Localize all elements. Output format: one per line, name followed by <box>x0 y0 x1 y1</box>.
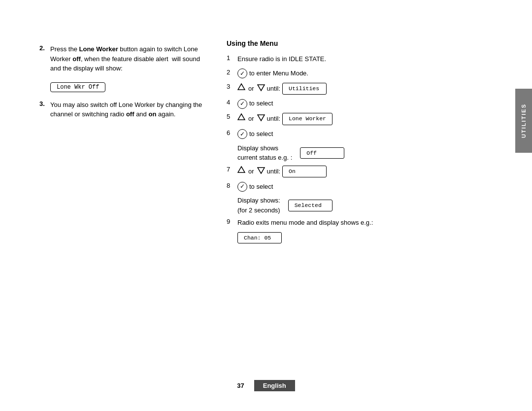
footer-language: English <box>254 380 295 391</box>
step-4-text: to select <box>249 99 273 109</box>
display-6: Off <box>300 147 344 159</box>
up-arrow-7 <box>237 166 245 178</box>
step-num-7: 7 <box>227 166 237 173</box>
left-column: 2. Press the Lone Worker button again to… <box>39 39 207 246</box>
step-2-text: Press the Lone Worker button again to sw… <box>50 44 207 73</box>
up-arrow-5 <box>237 113 245 125</box>
right-step-7: 7 or until: On <box>227 166 493 178</box>
right-step-2: 2 ✓ to enter Menu Mode. <box>227 68 493 79</box>
step-8-desc: Display shows:(for 2 seconds) Selected <box>237 196 493 215</box>
section-heading: Using the Menu <box>227 39 493 47</box>
display-5: Lone Worker <box>282 113 332 125</box>
down-arrow-7 <box>257 166 265 178</box>
step-num-5: 5 <box>227 113 237 120</box>
check-icon-8: ✓ <box>237 182 247 192</box>
sidebar-label: UTILITIES <box>521 103 527 138</box>
svg-marker-5 <box>258 168 265 173</box>
down-arrow-3 <box>257 83 265 95</box>
page-container: UTILITIES 2. Press the Lone Worker butto… <box>0 0 532 411</box>
check-icon-4: ✓ <box>237 99 247 109</box>
step-8-text: to select <box>249 182 273 192</box>
step-6-content: ✓ to select <box>237 129 273 139</box>
check-icon-6: ✓ <box>237 129 247 139</box>
right-step-8: 8 ✓ to select <box>227 182 493 192</box>
step-9-text: Radio exits menu mode and display shows … <box>237 218 373 228</box>
step-6-sublabel: Display showscurrent status e.g. : <box>237 143 292 163</box>
right-step-1: 1 Ensure radio is in IDLE STATE. <box>227 54 493 65</box>
step-2-right-text: to enter Menu Mode. <box>249 68 308 79</box>
svg-marker-3 <box>258 115 265 121</box>
footer: 37 English <box>0 380 532 391</box>
step-2-content: ✓ to enter Menu Mode. <box>237 68 308 79</box>
check-icon-2: ✓ <box>237 68 247 78</box>
step-num-2: 2 <box>227 68 237 76</box>
display-9: Chan: 05 <box>237 232 282 243</box>
display-8: Selected <box>288 200 332 211</box>
step-num-4: 4 <box>227 99 237 106</box>
step-9-content: Radio exits menu mode and display shows … <box>237 218 373 228</box>
step-num-1: 1 <box>227 54 237 62</box>
right-step-5: 5 or until: Lone Worker <box>227 113 493 125</box>
right-step-6: 6 ✓ to select <box>227 129 493 139</box>
step-6-desc: Display showscurrent status e.g. : Off <box>237 143 493 163</box>
display-7: On <box>282 166 327 177</box>
display-3: Utilities <box>282 83 327 95</box>
right-step-9: 9 Radio exits menu mode and display show… <box>227 218 493 228</box>
step-num-6: 6 <box>227 129 237 137</box>
right-column: Using the Menu 1 Ensure radio is in IDLE… <box>227 39 493 246</box>
right-step-3: 3 or until: Utilities <box>227 83 493 95</box>
or-text-7: or <box>248 167 254 177</box>
svg-marker-2 <box>238 114 245 120</box>
step-4-content: ✓ to select <box>237 99 273 109</box>
or-text-5: or <box>248 114 254 124</box>
step-1-content: Ensure radio is in IDLE STATE. <box>237 54 326 65</box>
step-6-text: to select <box>249 129 273 139</box>
step-3-content: or until: Utilities <box>237 83 327 95</box>
utilities-sidebar-tab: UTILITIES <box>515 89 532 153</box>
svg-marker-0 <box>238 84 245 90</box>
step-3-number: 3. <box>39 100 50 107</box>
step-9-desc: Chan: 05 <box>237 232 493 243</box>
step-5-content: or until: Lone Worker <box>237 113 332 125</box>
step-7-content: or until: On <box>237 166 327 178</box>
step-2-display: Lone Wkr Off <box>50 82 105 92</box>
step-2: 2. Press the Lone Worker button again to… <box>39 44 207 73</box>
step-2-display-container: Lone Wkr Off <box>50 82 207 92</box>
step-1-text: Ensure radio is in IDLE STATE. <box>237 54 326 65</box>
step-num-8: 8 <box>227 182 237 189</box>
svg-marker-1 <box>258 85 265 91</box>
step-3: 3. You may also switch off Lone Worker b… <box>39 100 207 119</box>
footer-page-number: 37 <box>237 382 254 389</box>
step-3-text: You may also switch off Lone Worker by c… <box>50 100 207 119</box>
until-text-5: until: <box>267 114 280 124</box>
step-8-content: ✓ to select <box>237 182 273 192</box>
or-text-3: or <box>248 84 254 94</box>
step-num-9: 9 <box>227 218 237 225</box>
step-num-3: 3 <box>227 83 237 90</box>
svg-marker-4 <box>238 167 245 172</box>
until-text-3: until: <box>267 84 280 94</box>
step-2-number: 2. <box>39 44 50 52</box>
step-8-sublabel: Display shows:(for 2 seconds) <box>237 196 280 215</box>
up-arrow-3 <box>237 83 245 95</box>
down-arrow-5 <box>257 113 265 125</box>
until-text-7: until: <box>267 167 280 177</box>
right-step-4: 4 ✓ to select <box>227 99 493 109</box>
main-content: 2. Press the Lone Worker button again to… <box>39 39 493 246</box>
